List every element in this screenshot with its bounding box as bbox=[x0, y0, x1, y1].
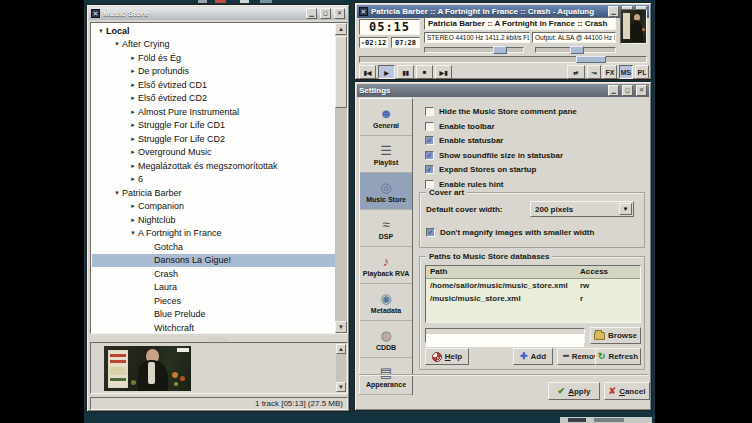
cancel-button[interactable]: ✘ Cancel bbox=[604, 382, 650, 400]
expander-icon[interactable]: ▸ bbox=[128, 54, 138, 62]
pane-splitter[interactable]: :::::::: bbox=[90, 336, 348, 341]
option-row[interactable]: Hide the Music Store comment pane bbox=[425, 106, 577, 117]
settings-tab-general[interactable]: ☻General bbox=[360, 99, 412, 136]
next-button[interactable]: ▶▮ bbox=[435, 65, 452, 79]
tree-item[interactable]: Witchcraft bbox=[92, 321, 335, 333]
tree-item[interactable]: ▸Megalázottak és megszomorítottak bbox=[92, 159, 335, 173]
checkbox[interactable] bbox=[425, 122, 434, 131]
minimize-button[interactable]: ▁ bbox=[608, 85, 619, 96]
expander-icon[interactable]: ▸ bbox=[128, 135, 138, 143]
checkbox[interactable] bbox=[425, 107, 434, 116]
expander-icon[interactable]: ▸ bbox=[128, 108, 138, 116]
expander-icon[interactable]: ▸ bbox=[128, 175, 138, 183]
magnify-checkbox-row[interactable]: ✓ Don't magnify images with smaller widt… bbox=[426, 227, 594, 238]
settings-tab-playlist[interactable]: ☰Playlist bbox=[360, 136, 412, 173]
shuffle-button[interactable]: ↝ bbox=[587, 65, 601, 79]
checkbox[interactable]: ✓ bbox=[425, 151, 434, 160]
maximize-button[interactable]: ◻ bbox=[320, 8, 331, 19]
expander-icon[interactable]: ▸ bbox=[128, 121, 138, 129]
path-column-header[interactable]: Path bbox=[426, 266, 576, 278]
settings-tab-playback-rva[interactable]: ♪Playback RVA bbox=[360, 247, 412, 284]
expander-icon[interactable]: ▾ bbox=[128, 229, 138, 237]
magnify-checkbox[interactable]: ✓ bbox=[426, 228, 435, 237]
expander-icon[interactable]: ▸ bbox=[128, 67, 138, 75]
close-button[interactable]: ✕ bbox=[636, 85, 647, 96]
tree-item[interactable]: ▸6 bbox=[92, 173, 335, 187]
play-button[interactable]: ▶ bbox=[378, 65, 395, 79]
tree-item[interactable]: ▾A Fortnight in France bbox=[92, 227, 335, 241]
minimize-button[interactable]: ▁ bbox=[608, 6, 619, 17]
expander-icon[interactable]: ▸ bbox=[128, 81, 138, 89]
path-table-row[interactable]: /home/sailor/music/music_store.xmlrw bbox=[426, 279, 640, 292]
settings-tab-appearance[interactable]: ▤Appearance bbox=[360, 358, 412, 395]
checkbox[interactable]: ✓ bbox=[425, 136, 434, 145]
comment-scrollbar[interactable]: ▲ ▼ bbox=[336, 344, 346, 392]
maximize-button[interactable]: ◻ bbox=[622, 85, 633, 96]
refresh-button[interactable]: ↻ Refresh bbox=[595, 348, 641, 365]
balance-handle[interactable] bbox=[570, 46, 584, 54]
expander-icon[interactable]: ▸ bbox=[128, 148, 138, 156]
checkbox[interactable]: ✓ bbox=[425, 165, 434, 174]
expander-icon[interactable]: ▸ bbox=[128, 94, 138, 102]
settings-tab-metadata[interactable]: ◉Metadata bbox=[360, 284, 412, 321]
close-button[interactable]: ✕ bbox=[334, 8, 345, 19]
path-input[interactable] bbox=[426, 334, 584, 347]
expander-icon[interactable]: ▾ bbox=[96, 27, 106, 35]
access-column-header[interactable]: Access bbox=[576, 266, 612, 278]
tree-item[interactable]: ▾Patricia Barber bbox=[92, 186, 335, 200]
minimize-button[interactable]: ▁ bbox=[306, 8, 317, 19]
pl-button[interactable]: PL bbox=[635, 65, 649, 79]
volume-slider[interactable] bbox=[424, 47, 524, 53]
repeat-button[interactable]: ⇄ bbox=[567, 65, 585, 79]
option-row[interactable]: Enable toolbar bbox=[425, 121, 495, 132]
pause-button[interactable]: ▮▮ bbox=[397, 65, 414, 79]
music-store-titlebar[interactable]: ✕ Music Store ▁ ◻ ✕ bbox=[89, 7, 347, 20]
scrollbar-thumb[interactable] bbox=[335, 36, 347, 108]
balance-slider[interactable] bbox=[535, 47, 616, 53]
volume-handle[interactable] bbox=[493, 46, 507, 54]
tree-item[interactable]: Dansons La Gigue! bbox=[92, 254, 335, 268]
settings-tab-cddb[interactable]: ◍CDDB bbox=[360, 321, 412, 358]
option-row[interactable]: ✓Expand Stores on startup bbox=[425, 164, 536, 175]
tree-item[interactable]: ▸Struggle For Life CD2 bbox=[92, 132, 335, 146]
previous-button[interactable]: ▮◀ bbox=[359, 65, 376, 79]
tree-item[interactable]: Gotcha bbox=[92, 240, 335, 254]
option-row[interactable]: ✓Enable statusbar bbox=[425, 135, 503, 146]
tree-item[interactable]: ▾After Crying bbox=[92, 38, 335, 52]
expander-icon[interactable]: ▸ bbox=[128, 216, 138, 224]
apply-button[interactable]: ✔ Apply bbox=[548, 382, 600, 400]
tree-item[interactable]: ▸Overground Music bbox=[92, 146, 335, 160]
option-row[interactable]: ✓Show soundfile size in statusbar bbox=[425, 150, 563, 161]
window-menu-icon[interactable]: ✕ bbox=[359, 7, 368, 16]
tree-item[interactable]: ▸Első évtized CD1 bbox=[92, 78, 335, 92]
help-button[interactable]: Help bbox=[425, 348, 469, 365]
tree-item[interactable]: ▸Almost Pure Instrumental bbox=[92, 105, 335, 119]
cover-width-dropdown[interactable]: 200 pixels ▼ bbox=[530, 201, 634, 217]
settings-tab-music-store[interactable]: ◎Music Store bbox=[360, 173, 412, 210]
tree-item[interactable]: ▸Első évtized CD2 bbox=[92, 92, 335, 106]
scroll-down-icon[interactable]: ▼ bbox=[335, 321, 347, 333]
browse-button[interactable]: Browse bbox=[590, 327, 641, 344]
seek-slider[interactable] bbox=[359, 56, 647, 63]
tree-item[interactable]: ▸De profundis bbox=[92, 65, 335, 79]
expander-icon[interactable]: ▸ bbox=[128, 202, 138, 210]
tree-item[interactable]: Laura bbox=[92, 281, 335, 295]
expander-icon[interactable]: ▾ bbox=[112, 189, 122, 197]
settings-titlebar[interactable]: Settings ▁ ◻ ✕ bbox=[357, 84, 649, 97]
tree-item[interactable]: Crash bbox=[92, 267, 335, 281]
expander-icon[interactable]: ▸ bbox=[128, 162, 138, 170]
tree-scrollbar[interactable]: ▲ ▼ bbox=[335, 23, 347, 333]
tree-item[interactable]: ▾Local bbox=[92, 24, 335, 38]
ms-button[interactable]: MS bbox=[619, 65, 633, 79]
tree-item[interactable]: ▸Nightclub bbox=[92, 213, 335, 227]
tree-item[interactable]: ▸Föld és Ég bbox=[92, 51, 335, 65]
paths-table[interactable]: Path Access /home/sailor/music/music_sto… bbox=[425, 265, 641, 323]
fx-button[interactable]: FX bbox=[603, 65, 617, 79]
tree-item[interactable]: ▸Struggle For Life CD1 bbox=[92, 119, 335, 133]
expander-icon[interactable]: ▾ bbox=[112, 40, 122, 48]
tree-item[interactable]: Pieces bbox=[92, 294, 335, 308]
seek-handle[interactable] bbox=[576, 56, 606, 63]
tree-item[interactable]: ▸Companion bbox=[92, 200, 335, 214]
stop-button[interactable]: ■ bbox=[416, 65, 433, 79]
tree-item[interactable]: Blue Prelude bbox=[92, 308, 335, 322]
